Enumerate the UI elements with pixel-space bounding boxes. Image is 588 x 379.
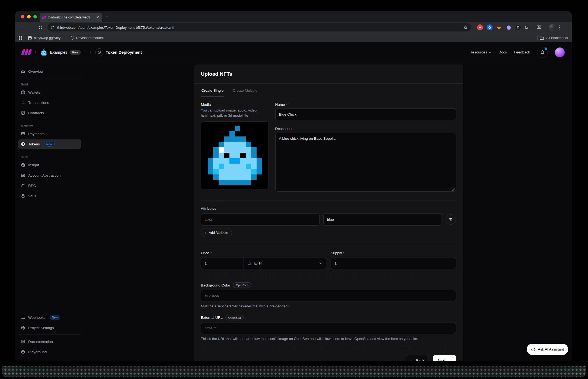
name-input[interactable] — [275, 108, 456, 120]
close-window-button[interactable] — [21, 15, 24, 18]
ask-ai-assistant-button[interactable]: Ask AI Assistant — [527, 344, 568, 355]
supply-input[interactable] — [331, 257, 456, 269]
extensions-puzzle-icon[interactable] — [525, 25, 529, 30]
url-text[interactable]: thirdweb.com/team/examples/Token-Deploym… — [57, 26, 461, 30]
breadcrumb-team[interactable]: Examples Free ⌃⌃ — [40, 49, 86, 56]
site-settings-icon[interactable] — [51, 26, 55, 29]
attribute-name-input[interactable] — [201, 213, 319, 226]
window-controls[interactable] — [21, 15, 37, 18]
sidebar-item-project-settings[interactable]: Project Settings — [18, 323, 81, 332]
bookmark-star-icon[interactable] — [464, 25, 468, 30]
docs-link[interactable]: Docs — [498, 50, 507, 54]
next-button[interactable]: Next → — [433, 355, 456, 361]
sidebar-item-contracts[interactable]: Contracts — [18, 108, 81, 117]
sidebar-item-label: Webhooks — [28, 316, 46, 320]
all-bookmarks-button[interactable]: All Bookmarks — [537, 36, 568, 40]
price-input-group: ETH — [201, 257, 326, 269]
metamask-extension-icon[interactable] — [496, 24, 502, 30]
sidebar-item-overview[interactable]: Overview — [18, 67, 81, 76]
extension-dark-icon[interactable] — [515, 24, 521, 30]
chat-bubble-icon — [531, 347, 535, 352]
new-badge: New — [44, 142, 55, 146]
tab-close-icon[interactable]: ✕ — [96, 15, 99, 19]
zoom-window-button[interactable] — [33, 15, 37, 18]
extension-blue-icon[interactable] — [487, 24, 493, 30]
page-title: Upload NFTs — [201, 71, 456, 77]
thirdweb-logo-icon[interactable] — [22, 49, 31, 55]
sidebar-item-label: Insight — [28, 163, 39, 167]
browser-menu-icon[interactable] — [559, 25, 560, 30]
sidebar-item-webhooks[interactable]: Webhooks New — [18, 313, 81, 322]
sidebar-item-playground[interactable]: Playground — [18, 347, 81, 356]
delete-attribute-button[interactable] — [446, 214, 456, 225]
required-asterisk: * — [286, 103, 287, 107]
team-switcher-chevrons-icon[interactable]: ⌃⌃ — [84, 51, 86, 54]
add-attribute-button[interactable]: + Add Attribute — [201, 228, 232, 237]
team-avatar — [40, 49, 48, 56]
resources-menu[interactable]: Resources — [469, 50, 491, 54]
attribute-value-input[interactable] — [323, 213, 442, 226]
card-body: Media You can upload image, audio, video… — [194, 97, 463, 361]
sidebar-item-documentation[interactable]: Documentation — [18, 337, 81, 346]
dashed-divider — [201, 275, 456, 275]
back-icon[interactable]: ← — [18, 24, 26, 31]
minimize-window-button[interactable] — [27, 15, 31, 18]
back-button[interactable]: ← Back — [406, 355, 429, 361]
project-switcher-chevrons-icon[interactable]: ⌃⌃ — [145, 51, 147, 54]
sidebar-item-tokens[interactable]: Tokens New — [18, 139, 81, 149]
media-preview[interactable] — [201, 122, 269, 189]
description-textarea[interactable]: A blue chick living on Base Sepolia — [275, 133, 456, 192]
sidebar-item-label: Payments — [28, 132, 44, 136]
team-name: Examples — [50, 50, 68, 55]
toolbar-separator — [545, 25, 545, 30]
extension-red-icon[interactable] — [477, 24, 483, 30]
create-tabs: Create Single Create Multiple — [194, 84, 463, 97]
address-bar[interactable]: thirdweb.com/team/examples/Token-Deploym… — [47, 23, 471, 31]
attributes-section: Attributes + Add Attribute — [201, 206, 456, 237]
name-description-column: Name* Description A blue chick living on… — [275, 103, 456, 193]
sidebar-item-payments[interactable]: Payments — [18, 129, 81, 138]
price-input[interactable] — [201, 257, 244, 269]
browser-profile-avatar[interactable] — [549, 24, 555, 31]
notifications-button[interactable] — [537, 47, 548, 58]
background-color-input[interactable] — [201, 290, 456, 301]
sidebar-item-wallets[interactable]: Wallets — [18, 88, 81, 97]
media-column: Media You can upload image, audio, video… — [201, 103, 269, 193]
apps-grid-icon[interactable] — [19, 36, 22, 40]
reload-icon[interactable] — [37, 24, 44, 31]
back-label: Back — [416, 358, 424, 361]
background-color-label: Background Color — [201, 283, 230, 287]
lock-icon — [21, 194, 25, 198]
phantom-extension-icon[interactable] — [506, 24, 512, 30]
sidebar-item-account-abstraction[interactable]: Account Abstraction — [18, 171, 81, 180]
bookmark-item[interactable]: niftyswap.gg/Nifty... — [28, 36, 63, 40]
sidebar-item-vault[interactable]: Vault — [18, 191, 81, 200]
supply-label: Supply* — [331, 251, 456, 255]
dashboard-top-nav: / Examples Free ⌃⌃ / Token Deployment ⌃⌃ — [15, 42, 572, 62]
resize-grip-icon[interactable] — [452, 188, 455, 191]
contract-icon — [21, 111, 25, 115]
tab-create-multiple[interactable]: Create Multiple — [232, 84, 258, 97]
new-tab-button[interactable]: + — [106, 14, 108, 19]
tab-create-single[interactable]: Create Single — [201, 84, 224, 97]
breadcrumb-separator: / — [90, 49, 91, 55]
screen-search-icon[interactable] — [536, 25, 541, 30]
browser-tab[interactable]: thirdweb: The complete web3 ✕ — [40, 13, 102, 22]
sidebar-item-rpc[interactable]: RPC — [18, 181, 81, 190]
sidebar-item-transactions[interactable]: Transactions — [18, 98, 81, 107]
forward-icon[interactable]: → — [27, 24, 35, 31]
sidebar-item-insight[interactable]: Insight — [18, 160, 81, 170]
sidebar-item-label: RPC — [28, 184, 36, 188]
gear-icon — [21, 326, 25, 330]
breadcrumb-project[interactable]: Token Deployment ⌃⌃ — [95, 48, 147, 56]
bookmark-item[interactable]: Developer marketi... — [71, 36, 106, 40]
external-url-input[interactable] — [201, 323, 456, 334]
wallet-icon — [21, 90, 25, 94]
new-badge: New — [50, 315, 60, 320]
user-avatar[interactable] — [555, 47, 565, 57]
feedback-link[interactable]: Feedback — [514, 50, 530, 54]
upload-nfts-card: Upload NFTs Create Single Create Multipl… — [194, 65, 463, 361]
main-content: Upload NFTs Create Single Create Multipl… — [85, 62, 572, 361]
currency-select[interactable]: ETH — [244, 257, 326, 269]
sidebar-item-label: Overview — [28, 69, 43, 74]
